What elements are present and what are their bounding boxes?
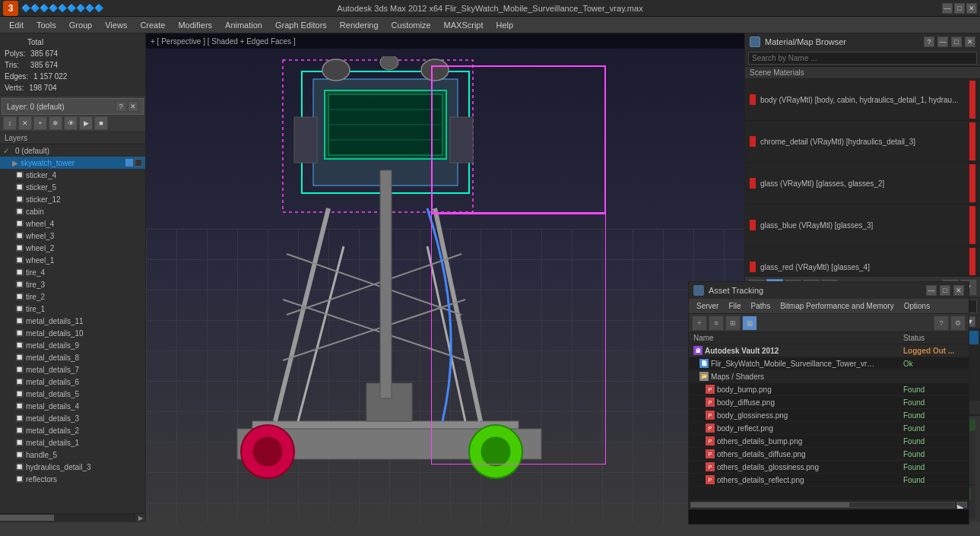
mat-browser-maximize[interactable]: □	[951, 36, 962, 47]
asset-row[interactable]: 📄 Flir_SkyWatch_Mobile_Surveillance_Towe…	[689, 357, 969, 370]
asset-scroll-thumb[interactable]	[691, 503, 849, 507]
layer-item-metal_details_9[interactable]: 🔲metal_details_9	[0, 339, 145, 351]
menu-graph-editors[interactable]: Graph Editors	[269, 19, 333, 31]
asset-btn-grid[interactable]: ⊞	[725, 316, 741, 331]
layers-hide-btn[interactable]: 👁	[64, 116, 78, 130]
layer-item-metal_details_2[interactable]: 🔲metal_details_2	[0, 424, 145, 436]
asset-row[interactable]: 📂 Maps / Shaders	[689, 370, 969, 383]
layer-item-wheel_4[interactable]: 🔲wheel_4	[0, 217, 145, 230]
asset-scroll-track[interactable]	[690, 502, 955, 508]
layer-item-metal_details_4[interactable]: 🔲metal_details_4	[0, 400, 145, 412]
asset-bottom-input[interactable]	[689, 509, 969, 524]
menu-views[interactable]: Views	[99, 19, 133, 31]
layer-item-sticker_5[interactable]: 🔲sticker_5	[0, 181, 145, 193]
layer-item-metal_details_10[interactable]: 🔲metal_details_10	[0, 327, 145, 339]
asset-close[interactable]: ✕	[953, 285, 964, 296]
asset-scrollbar[interactable]: ▶	[689, 500, 969, 509]
menu-animation[interactable]: Animation	[219, 19, 268, 31]
layer-item-wheel_2[interactable]: 🔲wheel_2	[0, 242, 145, 254]
layer-item-handle_5[interactable]: 🔲handle_5	[0, 449, 145, 461]
asset-menu-server[interactable]: Server	[692, 301, 723, 311]
asset-menu-paths[interactable]: Paths	[747, 301, 775, 311]
asset-btn-help[interactable]: ?	[934, 316, 949, 331]
asset-scroll-right[interactable]: ▶	[956, 502, 967, 508]
mat-item[interactable]: chrome_detail (VRayMtl) [hydraulics_deta…	[745, 121, 980, 163]
layer-item-hydraulics_detail_3[interactable]: 🔲hydraulics_detail_3	[0, 461, 145, 473]
close-btn[interactable]: ✕	[966, 3, 977, 14]
layer-item-reflectors[interactable]: 🔲reflectors	[0, 473, 145, 485]
asset-row[interactable]: P body_diffuse.png Found	[689, 396, 969, 409]
mat-item[interactable]: glass_red (VRayMtl) [glasses_4]	[745, 246, 980, 275]
asset-btn-add[interactable]: +	[692, 316, 707, 331]
viewport[interactable]: + [ Perspective ] [ Shaded + Edged Faces…	[146, 33, 744, 522]
menu-group[interactable]: Group	[63, 19, 99, 31]
layer-item-wheel_3[interactable]: 🔲wheel_3	[0, 230, 145, 242]
asset-row[interactable]: P others_details_bump.png Found	[689, 435, 969, 448]
polys-label: Polys:	[5, 49, 25, 58]
layer-item-0[interactable]: ✓ 0 (default)	[0, 144, 145, 157]
asset-table[interactable]: 🏛 Autodesk Vault 2012 Logged Out ... 📄 F…	[689, 344, 969, 500]
asset-row[interactable]: P body_glossiness.png Found	[689, 409, 969, 422]
layer-item-sticker_4[interactable]: 🔲sticker_4	[0, 169, 145, 181]
asset-row[interactable]: P others_details_glossiness.png Found	[689, 461, 969, 474]
asset-path-input[interactable]	[689, 509, 969, 524]
mat-browser-close[interactable]: ✕	[965, 36, 975, 47]
layers-delete-btn[interactable]: ✕	[18, 116, 32, 130]
menu-edit[interactable]: Edit	[3, 19, 30, 31]
mat-item[interactable]: body (VRayMtl) [body, cabin, hydraulics_…	[745, 79, 980, 121]
layers-scrollbar[interactable]: ▶	[0, 513, 145, 522]
layer-item-sticker_12[interactable]: 🔲sticker_12	[0, 193, 145, 205]
layers-add-btn[interactable]: +	[33, 116, 47, 130]
layer-item-metal_details_3[interactable]: 🔲metal_details_3	[0, 412, 145, 424]
layers-close-btn[interactable]: ✕	[128, 101, 138, 112]
layer-item-wheel_1[interactable]: 🔲wheel_1	[0, 254, 145, 266]
layer-item-tire_3[interactable]: 🔲tire_3	[0, 278, 145, 290]
layer-item-metal_details_8[interactable]: 🔲metal_details_8	[0, 351, 145, 363]
layer-item-cabin[interactable]: 🔲cabin	[0, 205, 145, 217]
mat-item[interactable]: glass_blue (VRayMtl) [glasses_3]	[745, 205, 980, 246]
asset-btn-detail[interactable]: ▦	[742, 316, 757, 331]
layer-item-metal_details_1[interactable]: 🔲metal_details_1	[0, 436, 145, 449]
menu-create[interactable]: Create	[134, 19, 171, 31]
asset-menu-options[interactable]: Options	[899, 301, 934, 311]
menu-tools[interactable]: Tools	[30, 19, 62, 31]
asset-btn-config2[interactable]: ⚙	[950, 316, 966, 331]
layer-item-tire_2[interactable]: 🔲tire_2	[0, 290, 145, 303]
asset-row[interactable]: 🏛 Autodesk Vault 2012 Logged Out ...	[689, 344, 969, 357]
asset-row[interactable]: P others_details_reflect.png Found	[689, 474, 969, 487]
layer-item-skywatch[interactable]: ▶ skywatch_tower	[0, 157, 145, 169]
mat-browser-help[interactable]: ?	[924, 36, 934, 47]
layers-move-btn[interactable]: ↕	[3, 116, 17, 130]
layer-item-metal_details_5[interactable]: 🔲metal_details_5	[0, 388, 145, 400]
layer-item-metal_details_11[interactable]: 🔲metal_details_11	[0, 315, 145, 327]
mat-item[interactable]: glass (VRayMtl) [glasses, glasses_2]	[745, 163, 980, 205]
menu-modifiers[interactable]: Modifiers	[172, 19, 218, 31]
material-list[interactable]: body (VRayMtl) [body, cabin, hydraulics_…	[745, 79, 980, 275]
asset-maximize[interactable]: □	[940, 285, 950, 296]
mat-search-input[interactable]	[748, 52, 977, 65]
layers-color-btn[interactable]: ■	[94, 116, 108, 130]
material-browser: Material/Map Browser ? — □ ✕ Scene Mater…	[745, 33, 980, 277]
layer-item-tire_1[interactable]: 🔲tire_1	[0, 303, 145, 315]
menu-customize[interactable]: Customize	[385, 19, 437, 31]
layers-freeze-btn[interactable]: ❄	[49, 116, 62, 130]
layer-item-metal_details_7[interactable]: 🔲metal_details_7	[0, 363, 145, 376]
layers-list[interactable]: ✓ 0 (default) ▶ skywatch_tower 🔲sticker_…	[0, 144, 145, 513]
maximize-btn[interactable]: □	[954, 3, 965, 14]
asset-row[interactable]: P body_reflect.png Found	[689, 422, 969, 435]
asset-btn-list[interactable]: ≡	[709, 316, 724, 331]
layer-item-tire_4[interactable]: 🔲tire_4	[0, 266, 145, 278]
asset-minimize[interactable]: —	[926, 285, 937, 296]
layer-item-metal_details_6[interactable]: 🔲metal_details_6	[0, 376, 145, 388]
asset-row[interactable]: P others_details_diffuse.png Found	[689, 448, 969, 461]
asset-menu-file[interactable]: File	[724, 301, 745, 311]
menu-maxscript[interactable]: MAXScript	[438, 19, 490, 31]
asset-menu-bitmap[interactable]: Bitmap Performance and Memory	[775, 301, 899, 311]
menu-rendering[interactable]: Rendering	[334, 19, 385, 31]
layers-help-btn[interactable]: ?	[116, 101, 126, 112]
menu-help[interactable]: Help	[490, 19, 520, 31]
asset-row[interactable]: P body_bump.png Found	[689, 383, 969, 396]
layers-render-btn[interactable]: ▶	[79, 116, 93, 130]
minimize-btn[interactable]: —	[942, 3, 953, 14]
mat-browser-minimize[interactable]: —	[937, 36, 948, 47]
